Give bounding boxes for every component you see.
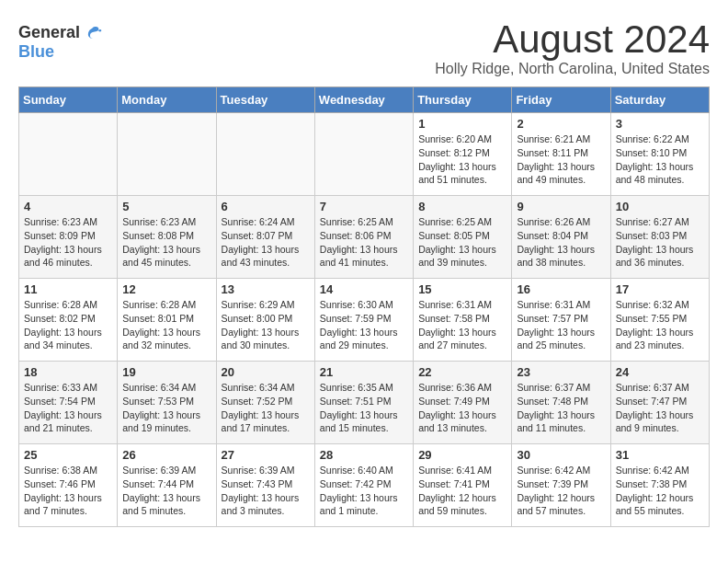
day-number: 3 bbox=[616, 117, 704, 131]
header-cell-sunday: Sunday bbox=[19, 87, 118, 113]
day-detail: Sunrise: 6:33 AM Sunset: 7:54 PM Dayligh… bbox=[24, 381, 112, 435]
day-cell: 13Sunrise: 6:29 AM Sunset: 8:00 PM Dayli… bbox=[216, 279, 314, 362]
day-number: 28 bbox=[320, 448, 408, 462]
day-detail: Sunrise: 6:37 AM Sunset: 7:47 PM Dayligh… bbox=[616, 381, 704, 435]
day-detail: Sunrise: 6:20 AM Sunset: 8:12 PM Dayligh… bbox=[418, 132, 506, 187]
day-cell: 11Sunrise: 6:28 AM Sunset: 8:02 PM Dayli… bbox=[19, 279, 118, 362]
day-detail: Sunrise: 6:25 AM Sunset: 8:06 PM Dayligh… bbox=[320, 215, 408, 270]
day-number: 21 bbox=[320, 365, 408, 379]
day-cell: 15Sunrise: 6:31 AM Sunset: 7:58 PM Dayli… bbox=[414, 279, 512, 362]
day-cell: 3Sunrise: 6:22 AM Sunset: 8:10 PM Daylig… bbox=[610, 113, 709, 196]
week-row-3: 18Sunrise: 6:33 AM Sunset: 7:54 PM Dayli… bbox=[19, 362, 710, 444]
day-number: 10 bbox=[616, 200, 704, 213]
day-detail: Sunrise: 6:35 AM Sunset: 7:51 PM Dayligh… bbox=[320, 381, 408, 435]
day-cell: 6Sunrise: 6:24 AM Sunset: 8:07 PM Daylig… bbox=[216, 196, 314, 279]
day-cell: 24Sunrise: 6:37 AM Sunset: 7:47 PM Dayli… bbox=[610, 362, 709, 444]
week-row-4: 25Sunrise: 6:38 AM Sunset: 7:46 PM Dayli… bbox=[19, 444, 710, 527]
day-number: 9 bbox=[517, 200, 605, 213]
day-number: 2 bbox=[517, 117, 605, 131]
day-cell: 5Sunrise: 6:23 AM Sunset: 8:08 PM Daylig… bbox=[118, 196, 216, 279]
title-area: August 2024 Holly Ridge, North Carolina,… bbox=[435, 18, 710, 77]
logo-bird-icon bbox=[84, 24, 102, 42]
logo: General Blue bbox=[18, 18, 102, 62]
header-cell-thursday: Thursday bbox=[414, 87, 512, 113]
header-cell-tuesday: Tuesday bbox=[216, 87, 314, 113]
day-cell: 22Sunrise: 6:36 AM Sunset: 7:49 PM Dayli… bbox=[414, 362, 512, 444]
day-number: 14 bbox=[320, 282, 408, 296]
day-detail: Sunrise: 6:29 AM Sunset: 8:00 PM Dayligh… bbox=[222, 298, 310, 352]
day-cell bbox=[216, 113, 314, 196]
day-cell: 26Sunrise: 6:39 AM Sunset: 7:44 PM Dayli… bbox=[118, 444, 216, 527]
day-detail: Sunrise: 6:27 AM Sunset: 8:03 PM Dayligh… bbox=[616, 215, 704, 270]
day-cell: 10Sunrise: 6:27 AM Sunset: 8:03 PM Dayli… bbox=[610, 196, 709, 279]
day-number: 23 bbox=[517, 365, 605, 379]
day-number: 25 bbox=[24, 448, 112, 462]
day-cell: 23Sunrise: 6:37 AM Sunset: 7:48 PM Dayli… bbox=[512, 362, 610, 444]
day-number: 19 bbox=[122, 365, 210, 379]
header-row: SundayMondayTuesdayWednesdayThursdayFrid… bbox=[19, 87, 710, 113]
day-detail: Sunrise: 6:25 AM Sunset: 8:05 PM Dayligh… bbox=[418, 215, 506, 270]
day-detail: Sunrise: 6:30 AM Sunset: 7:59 PM Dayligh… bbox=[320, 298, 408, 352]
day-cell: 25Sunrise: 6:38 AM Sunset: 7:46 PM Dayli… bbox=[19, 444, 118, 527]
header-cell-friday: Friday bbox=[512, 87, 610, 113]
day-detail: Sunrise: 6:31 AM Sunset: 7:57 PM Dayligh… bbox=[517, 298, 605, 352]
day-cell: 8Sunrise: 6:25 AM Sunset: 8:05 PM Daylig… bbox=[414, 196, 512, 279]
day-cell bbox=[118, 113, 216, 196]
day-cell: 18Sunrise: 6:33 AM Sunset: 7:54 PM Dayli… bbox=[19, 362, 118, 444]
day-detail: Sunrise: 6:28 AM Sunset: 8:02 PM Dayligh… bbox=[24, 298, 112, 352]
day-detail: Sunrise: 6:41 AM Sunset: 7:41 PM Dayligh… bbox=[418, 464, 506, 518]
day-detail: Sunrise: 6:34 AM Sunset: 7:52 PM Dayligh… bbox=[222, 381, 310, 435]
day-number: 30 bbox=[517, 448, 605, 462]
day-number: 22 bbox=[418, 365, 506, 379]
day-cell: 16Sunrise: 6:31 AM Sunset: 7:57 PM Dayli… bbox=[512, 279, 610, 362]
day-number: 20 bbox=[222, 365, 310, 379]
day-number: 11 bbox=[24, 282, 112, 296]
day-cell: 2Sunrise: 6:21 AM Sunset: 8:11 PM Daylig… bbox=[512, 113, 610, 196]
day-detail: Sunrise: 6:36 AM Sunset: 7:49 PM Dayligh… bbox=[418, 381, 506, 435]
logo-general-text: General bbox=[18, 23, 80, 42]
day-number: 5 bbox=[122, 200, 210, 213]
day-detail: Sunrise: 6:23 AM Sunset: 8:08 PM Dayligh… bbox=[122, 215, 210, 270]
day-number: 31 bbox=[616, 448, 704, 462]
day-detail: Sunrise: 6:39 AM Sunset: 7:43 PM Dayligh… bbox=[222, 464, 310, 518]
week-row-0: 1Sunrise: 6:20 AM Sunset: 8:12 PM Daylig… bbox=[19, 113, 710, 196]
day-detail: Sunrise: 6:21 AM Sunset: 8:11 PM Dayligh… bbox=[517, 132, 605, 187]
day-detail: Sunrise: 6:42 AM Sunset: 7:39 PM Dayligh… bbox=[517, 464, 605, 518]
header: General Blue August 2024 Holly Ridge, No… bbox=[18, 18, 710, 77]
day-number: 16 bbox=[517, 282, 605, 296]
day-number: 8 bbox=[418, 200, 506, 213]
day-cell: 7Sunrise: 6:25 AM Sunset: 8:06 PM Daylig… bbox=[314, 196, 413, 279]
day-number: 24 bbox=[616, 365, 704, 379]
location-title: Holly Ridge, North Carolina, United Stat… bbox=[435, 61, 710, 77]
month-title: August 2024 bbox=[435, 18, 710, 61]
header-cell-saturday: Saturday bbox=[610, 87, 709, 113]
day-number: 26 bbox=[122, 448, 210, 462]
day-number: 4 bbox=[24, 200, 112, 213]
day-cell: 17Sunrise: 6:32 AM Sunset: 7:55 PM Dayli… bbox=[610, 279, 709, 362]
day-number: 15 bbox=[418, 282, 506, 296]
day-cell: 12Sunrise: 6:28 AM Sunset: 8:01 PM Dayli… bbox=[118, 279, 216, 362]
day-cell: 9Sunrise: 6:26 AM Sunset: 8:04 PM Daylig… bbox=[512, 196, 610, 279]
day-number: 12 bbox=[122, 282, 210, 296]
day-detail: Sunrise: 6:28 AM Sunset: 8:01 PM Dayligh… bbox=[122, 298, 210, 352]
day-cell bbox=[19, 113, 118, 196]
day-cell: 1Sunrise: 6:20 AM Sunset: 8:12 PM Daylig… bbox=[414, 113, 512, 196]
day-detail: Sunrise: 6:26 AM Sunset: 8:04 PM Dayligh… bbox=[517, 215, 605, 270]
day-cell: 28Sunrise: 6:40 AM Sunset: 7:42 PM Dayli… bbox=[314, 444, 413, 527]
day-number: 6 bbox=[222, 200, 310, 213]
day-cell: 31Sunrise: 6:42 AM Sunset: 7:38 PM Dayli… bbox=[610, 444, 709, 527]
calendar-table: SundayMondayTuesdayWednesdayThursdayFrid… bbox=[18, 86, 710, 527]
day-detail: Sunrise: 6:31 AM Sunset: 7:58 PM Dayligh… bbox=[418, 298, 506, 352]
day-detail: Sunrise: 6:23 AM Sunset: 8:09 PM Dayligh… bbox=[24, 215, 112, 270]
day-detail: Sunrise: 6:38 AM Sunset: 7:46 PM Dayligh… bbox=[24, 464, 112, 518]
day-detail: Sunrise: 6:42 AM Sunset: 7:38 PM Dayligh… bbox=[616, 464, 704, 518]
day-number: 7 bbox=[320, 200, 408, 213]
header-cell-monday: Monday bbox=[118, 87, 216, 113]
day-cell: 19Sunrise: 6:34 AM Sunset: 7:53 PM Dayli… bbox=[118, 362, 216, 444]
day-cell: 21Sunrise: 6:35 AM Sunset: 7:51 PM Dayli… bbox=[314, 362, 413, 444]
logo-blue-text: Blue bbox=[18, 42, 54, 62]
day-detail: Sunrise: 6:22 AM Sunset: 8:10 PM Dayligh… bbox=[616, 132, 704, 187]
day-detail: Sunrise: 6:39 AM Sunset: 7:44 PM Dayligh… bbox=[122, 464, 210, 518]
day-number: 18 bbox=[24, 365, 112, 379]
day-cell: 29Sunrise: 6:41 AM Sunset: 7:41 PM Dayli… bbox=[414, 444, 512, 527]
